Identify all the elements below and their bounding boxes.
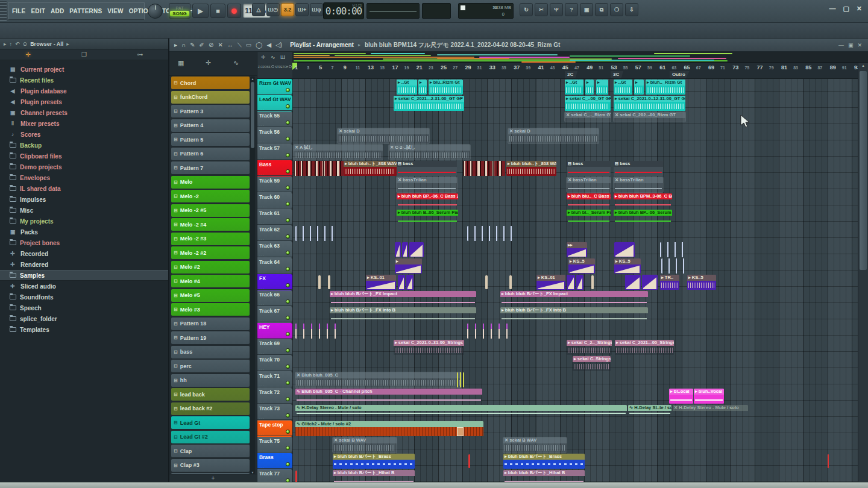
- track-led-icon[interactable]: [286, 430, 290, 434]
- track-header-track-61[interactable]: Track 61···: [257, 209, 292, 225]
- oscilloscope-panel[interactable]: [422, 3, 451, 19]
- clip[interactable]: [294, 161, 344, 176]
- clip[interactable]: [576, 275, 583, 290]
- wait-input-button[interactable]: Ш◷: [266, 3, 280, 16]
- track-led-icon[interactable]: [286, 186, 290, 190]
- paint-tool-icon[interactable]: ✐: [200, 42, 204, 49]
- draw-tool-icon[interactable]: ✎: [190, 42, 195, 49]
- export-button[interactable]: ⇩: [625, 3, 638, 16]
- timeline-marker-outro[interactable]: Outro: [670, 71, 690, 78]
- clip[interactable]: ∿ H-Delay St..te / solo: [628, 405, 671, 420]
- clip[interactable]: [295, 471, 297, 482]
- magnet-snap-icon[interactable]: ∩: [181, 42, 186, 49]
- playlist-close-icon[interactable]: ✕: [857, 42, 862, 48]
- track-mute-dots[interactable]: ···: [259, 449, 265, 452]
- pattern-item-bass[interactable]: ⊟bass: [171, 346, 250, 358]
- overdub-button[interactable]: Ш+: [295, 3, 309, 16]
- track-mute-dots[interactable]: ···: [259, 319, 265, 322]
- track-header-track-57[interactable]: Track 57···: [257, 144, 292, 160]
- track-mute-dots[interactable]: ···: [259, 140, 265, 143]
- clip[interactable]: ✕ bassTrilian: [567, 177, 611, 192]
- clip[interactable]: ▸ bluh bluh..ト_808 WAV: [506, 161, 556, 176]
- clip[interactable]: ▸ KS..01: [536, 275, 565, 290]
- playlist-maximize-icon[interactable]: ▣: [848, 42, 854, 48]
- pattern-item-melo-4[interactable]: ⊟Melo #4: [171, 275, 250, 287]
- track-mute-dots[interactable]: ···: [259, 286, 265, 290]
- browser-item-misc[interactable]: Misc: [0, 205, 168, 216]
- clip[interactable]: ▸ sekai C_2021..-00_Strings: [615, 340, 674, 355]
- track-led-icon[interactable]: [286, 446, 290, 450]
- clip[interactable]: ✕ bassTrilian: [397, 177, 457, 192]
- select-tool-icon[interactable]: ▭: [246, 42, 251, 49]
- track-header-lead-gt-wav[interactable]: Lead Gt WAV···: [257, 95, 292, 111]
- slip-tool-icon[interactable]: ↔: [227, 42, 233, 49]
- browser-item-il-shared-data[interactable]: IL shared data: [0, 183, 168, 194]
- pattern-item-lead-back-2[interactable]: ⊟lead back #2: [171, 402, 250, 415]
- cut-tool-button[interactable]: ✂: [535, 3, 548, 16]
- track-led-icon[interactable]: [286, 283, 290, 287]
- clip[interactable]: [328, 275, 330, 289]
- pattern-item-funkchord[interactable]: ⊟funkChord: [171, 91, 250, 104]
- track-mute-dots[interactable]: ···: [259, 91, 265, 95]
- track-mute-dots[interactable]: ···: [259, 205, 265, 208]
- browser-item-channel-presets[interactable]: ▣Channel presets: [0, 107, 168, 118]
- pattern-item-pattern-7[interactable]: ⊟Pattern 7: [171, 161, 250, 174]
- automation-tracks-icon[interactable]: ∿: [271, 54, 275, 60]
- track-mute-dots[interactable]: ···: [259, 221, 265, 225]
- clip[interactable]: ▸ KS..01: [366, 275, 396, 290]
- track-led-icon[interactable]: [286, 88, 290, 92]
- clip[interactable]: ▸ KS..5: [687, 275, 716, 290]
- track-header-track-64[interactable]: Track 64···: [257, 258, 292, 274]
- clip[interactable]: [661, 258, 685, 274]
- track-led-icon[interactable]: [286, 332, 290, 336]
- browser-item-recent-files[interactable]: Recent files: [0, 75, 168, 86]
- clip[interactable]: ▸ sekai C_2.._Strings: [567, 340, 612, 355]
- scroll-up-icon[interactable]: ▴: [250, 77, 255, 81]
- browser-item-speech[interactable]: Speech: [0, 302, 168, 313]
- clip[interactable]: ▸ bluh bluh BPM..3-06_C Bass 2: [614, 193, 672, 208]
- pattern-item-melo-2-3[interactable]: ⊟Melo -2 #3: [171, 233, 250, 245]
- menu-patterns[interactable]: PATTERNS: [69, 8, 102, 14]
- track-header-bass[interactable]: Bass···: [257, 160, 292, 177]
- browser-item-rendered[interactable]: ✛Rendered: [0, 259, 168, 270]
- pattern-item-chord[interactable]: ⊟Chord: [171, 77, 250, 89]
- picker-piano-icon[interactable]: ▦: [178, 59, 184, 67]
- clip[interactable]: [509, 275, 512, 289]
- clip[interactable]: ▸ sekai C_2021-0..12-31-00_GT GP: [614, 96, 685, 111]
- browser-item-plugin-presets[interactable]: ◀Plugin presets: [0, 96, 168, 107]
- pat-song-toggle[interactable]: PAT SONG: [169, 3, 190, 19]
- track-led-icon[interactable]: [286, 348, 290, 352]
- browser-tab-plugins[interactable]: ⊶: [112, 51, 168, 58]
- clip[interactable]: ▸ sekai C_..00_GT GP: [565, 96, 611, 111]
- playlist-speaker-icon[interactable]: ◁): [275, 42, 282, 48]
- clip[interactable]: ✕ sekai B WAV: [333, 437, 397, 452]
- clip[interactable]: [467, 324, 512, 339]
- clip[interactable]: [485, 275, 488, 289]
- clip[interactable]: [467, 226, 512, 241]
- clip[interactable]: [395, 242, 401, 257]
- maximize-button[interactable]: ▢: [843, 5, 849, 13]
- track-led-icon[interactable]: [286, 104, 290, 108]
- clip[interactable]: ▸ bluh bluh Bパート_FX Impact: [500, 291, 648, 306]
- clip[interactable]: ⊟ bass: [614, 161, 663, 176]
- arrangement-minimap[interactable]: [292, 52, 868, 63]
- browser-item-plugin-database[interactable]: ◀Plugin database: [0, 86, 168, 96]
- instrument-tracks-icon[interactable]: Ш: [280, 54, 285, 60]
- browser-item-project-bones[interactable]: Project bones: [0, 237, 168, 248]
- track-mute-dots[interactable]: ···: [259, 189, 265, 192]
- track-header-tape-stop[interactable]: Tape stop···: [257, 421, 292, 437]
- pattern-item-lead-gt[interactable]: ⊟Lead Gt: [171, 416, 250, 429]
- clip[interactable]: [406, 275, 414, 290]
- clip[interactable]: ∿ H-Delay Stereo - Mute / solo: [295, 405, 627, 420]
- metronome-button[interactable]: △: [252, 3, 265, 16]
- track-mute-dots[interactable]: ···: [259, 335, 265, 339]
- pattern-item-melo-2-4[interactable]: ⊟Melo -2 #4: [171, 218, 250, 231]
- pattern-item-melo-2[interactable]: ⊟Melo -2: [171, 190, 250, 202]
- picker-audio-icon[interactable]: ✛: [206, 59, 211, 67]
- close-button[interactable]: ✕: [857, 5, 862, 13]
- clip[interactable]: ✕ H-Delay Stereo - Mute / solo: [673, 405, 748, 420]
- pattern-item-clap-3[interactable]: ⊟Clap #3: [171, 459, 250, 472]
- clip[interactable]: ⊟ bass: [567, 161, 611, 176]
- clip[interactable]: ▸: [395, 258, 422, 274]
- track-led-icon[interactable]: [286, 202, 290, 206]
